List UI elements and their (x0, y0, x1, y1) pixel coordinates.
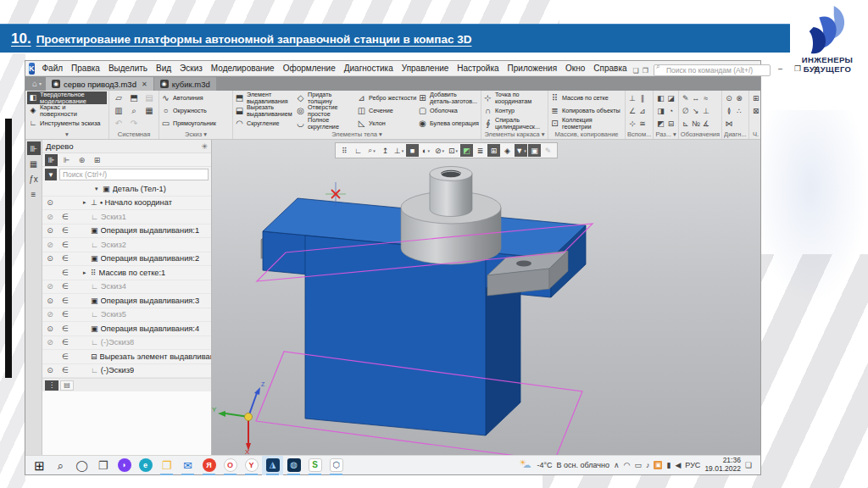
ribbon-mini-icon[interactable]: ≅ (637, 117, 648, 130)
visibility-eye-icon[interactable]: ⊘ (42, 338, 58, 347)
tree-item[interactable]: ⊙∈ ▣ Операция выдавливания:4 (42, 322, 211, 336)
ribbon-mini-icon[interactable]: ⊥ (701, 104, 711, 117)
viewport-tool-icon[interactable]: ✎ (542, 144, 554, 157)
menu-item[interactable]: Окно (561, 61, 589, 76)
tree-tool-icon[interactable]: ⊞ (91, 154, 103, 166)
ribbon-mini-icon[interactable]: ⊠ (751, 104, 760, 117)
tree-item[interactable]: ∈ ⊟ Вырезать элемент выдавливание:1 (42, 350, 211, 364)
tree-item[interactable]: ⊙ ▸ ⊥● Начало координат (42, 197, 211, 211)
system-command-icon[interactable] (142, 117, 157, 130)
visibility-eye-icon[interactable]: ⊘ (42, 282, 58, 291)
filter-icon[interactable]: ▼ (45, 169, 57, 180)
minimize-button[interactable]: – (774, 61, 787, 76)
ribbon-mini-icon[interactable]: ◔ (665, 104, 676, 117)
ribbon-button[interactable]: ⠿ Массив по сетке (550, 92, 623, 104)
ribbon-button[interactable]: ≣ Копировать объекты (550, 104, 623, 117)
tree-item[interactable]: ∈ ▸ ⠿ Массив по сетке:1 (42, 266, 211, 280)
viewport-3d[interactable]: ⠿∟⌕▾↥⊥▾■◐▾⊘▾⊡▾◩≣⊞◈▼▾▣✎ (212, 140, 760, 455)
viewport-tool-icon[interactable]: ▣ (528, 144, 541, 157)
ribbon-button[interactable]: ⬒ Элемент выдавливания (235, 92, 296, 104)
viewport-tool-icon[interactable]: ◩ (460, 144, 473, 157)
ribbon-button[interactable]: ∿ Автолиния (161, 92, 231, 104)
ribbon-mini-icon[interactable]: ◨ (655, 104, 665, 117)
ribbon-button[interactable]: ⊞ Добавить деталь-заготов... (418, 92, 479, 104)
wifi-icon[interactable]: ◠ (624, 461, 631, 469)
menu-item[interactable]: Вид (152, 61, 175, 76)
ribbon-mini-icon[interactable]: ⊹ (627, 117, 637, 130)
tree-item[interactable]: ⊘∈ ∟ Эскиз1 (42, 210, 211, 225)
mode-button[interactable]: ◈ Каркас и поверхности (27, 104, 107, 117)
ribbon-mini-icon[interactable]: ≈ (701, 92, 711, 104)
ribbon-mini-icon[interactable]: ∴ (734, 104, 744, 117)
tree-item[interactable]: ⊙∈ ∟ (-)Эскиз9 (42, 364, 211, 379)
taskbar-explorer[interactable]: ❐ (156, 456, 177, 475)
ribbon-button[interactable]: ○ Окружность (161, 104, 231, 117)
tree-item[interactable]: ⊙∈ ▣ Операция выдавливания:1 (42, 225, 211, 239)
ribbon-mini-icon[interactable]: ◪ (665, 92, 676, 104)
taskbar-start[interactable]: ⊞ (29, 456, 50, 475)
phone-icon[interactable]: ▭ (634, 461, 642, 469)
panel-menu-icon[interactable]: ≡ (27, 187, 41, 201)
taskbar-yandex-browser[interactable]: Я (198, 456, 220, 475)
ribbon-mini-icon[interactable]: ⊥ (627, 92, 637, 104)
visibility-eye-icon[interactable]: ⊙ (42, 198, 58, 207)
app-icon[interactable]: K (29, 63, 35, 75)
ribbon-mini-icon[interactable]: ∥ (637, 92, 648, 104)
tree-item[interactable]: ▾ ▣ Деталь (Тел-1) (42, 182, 211, 197)
viewport-tool-icon[interactable]: ⌕▾ (365, 144, 378, 157)
viewport-tool-icon[interactable]: ∟ (352, 144, 364, 157)
ribbon-mini-icon[interactable]: ◧ (655, 92, 665, 104)
weather-desc[interactable]: В осн. облачно (557, 461, 609, 469)
tree-tool-icon[interactable]: ⊩ (60, 154, 73, 166)
ribbon-mini-icon[interactable]: ⊙ (724, 92, 734, 104)
ribbon-mini-icon[interactable]: ⊞ (751, 92, 760, 104)
taskbar-task-view[interactable]: ❐ (92, 456, 114, 475)
tree-tool-icon[interactable]: ⊛ (75, 154, 88, 166)
visibility-eye-icon[interactable]: ⊘ (42, 310, 58, 319)
viewport-tool-icon[interactable]: ↥ (379, 144, 392, 157)
ribbon-mini-icon[interactable]: ⊾ (681, 117, 691, 130)
tree-tool-icon[interactable]: ⊪ (45, 154, 58, 166)
ribbon-mini-icon[interactable]: ↔ (691, 92, 701, 104)
ribbon-mini-icon[interactable]: ∠ (627, 104, 637, 117)
visibility-eye-icon[interactable]: ⊙ (42, 324, 58, 333)
viewport-tool-icon[interactable]: ⊞ (487, 144, 500, 157)
close-button[interactable]: ✕ (809, 61, 824, 76)
menu-item[interactable]: Оформление (279, 61, 340, 76)
language-indicator[interactable]: РУС (685, 461, 700, 469)
window-layout-icon[interactable]: ❐ (641, 67, 650, 75)
parameters-panel-icon[interactable]: ▦ (27, 157, 41, 170)
visibility-eye-icon[interactable]: ⊙ (42, 254, 58, 263)
viewport-tool-icon[interactable]: ≣ (474, 144, 487, 157)
gear-icon[interactable]: ✳ (201, 142, 208, 151)
system-command-icon[interactable]: ⌕ (126, 104, 142, 117)
ribbon-mini-icon[interactable]: ⊗ (734, 92, 744, 104)
mic-icon[interactable]: ♪ (646, 461, 650, 469)
weather-icon[interactable]: ☀☁ (519, 459, 532, 471)
command-search-input[interactable] (654, 64, 771, 76)
ribbon-button[interactable]: ▭ Прямоугольник (161, 117, 231, 130)
system-command-icon[interactable]: ⬒ (126, 92, 142, 104)
ribbon-button[interactable]: ◇ Придать толщину (296, 92, 357, 104)
visibility-eye-icon[interactable]: ⊙ (42, 297, 58, 305)
system-command-icon[interactable]: ▦ (142, 104, 157, 117)
system-command-icon[interactable]: ▥ (111, 104, 126, 117)
tree-footer-tab[interactable]: ⋮ (45, 380, 58, 391)
menu-item[interactable]: Моделирование (207, 61, 279, 76)
taskbar-sber[interactable]: S (304, 456, 326, 475)
tree-item[interactable]: ⊘∈ ∟ (-)Эскиз8 (42, 336, 211, 351)
system-command-icon[interactable]: ▱ (111, 92, 126, 104)
menu-item[interactable]: Эскиз (175, 61, 207, 76)
viewport-tool-icon[interactable]: ⊥▾ (392, 144, 405, 157)
close-tab-icon[interactable]: ✕ (142, 80, 147, 88)
taskbar-cortana[interactable]: ◯ (71, 456, 92, 475)
home-button[interactable]: ⌂ ▾ (28, 77, 46, 90)
ribbon-mini-icon[interactable]: ⊿ (637, 104, 648, 117)
tree-item[interactable]: ⊘∈ ∟ Эскиз4 (42, 280, 211, 295)
viewport-tool-icon[interactable]: ⠿ (338, 144, 351, 157)
ribbon-mini-icon[interactable]: № (691, 117, 701, 130)
system-command-icon[interactable]: ↷ (126, 117, 142, 130)
system-command-icon[interactable]: ↶ (111, 117, 126, 130)
tree-panel-icon[interactable]: ⊪ (27, 141, 41, 155)
taskbar-edge[interactable]: e (135, 456, 156, 475)
